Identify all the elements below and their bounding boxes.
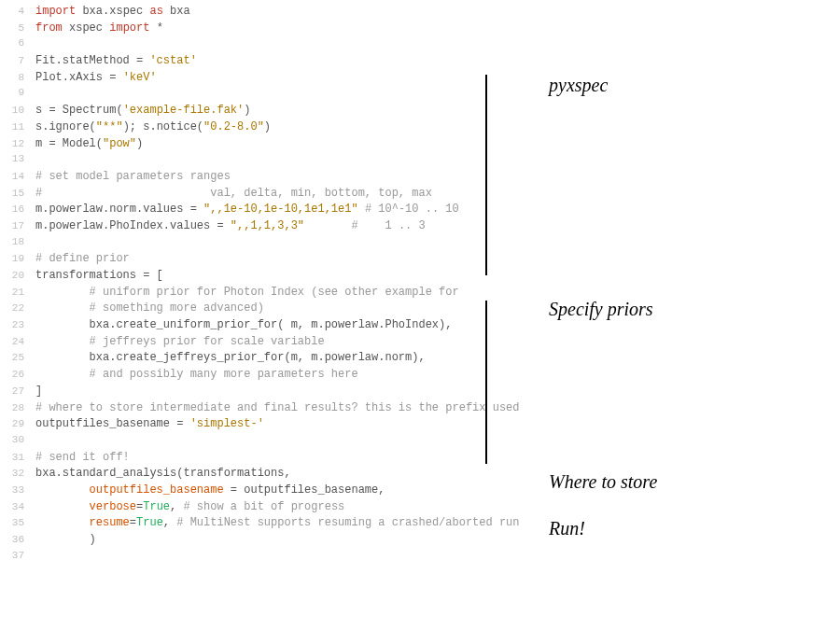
token-str: 'example-file.fak'	[123, 104, 245, 117]
line-number: 35	[9, 517, 35, 528]
token-cmt: # set model parameters ranges	[35, 170, 231, 183]
line-number: 9	[9, 87, 35, 98]
code-content: s = Spectrum('example-file.fak')	[35, 104, 250, 117]
code-content: )	[35, 533, 96, 546]
line-number: 30	[9, 434, 35, 445]
token-id	[358, 203, 365, 216]
token-id: bxa.create_uniform_prior_for( m, m.power…	[35, 318, 452, 331]
token-id	[304, 219, 351, 232]
code-line: 26 # and possibly many more parameters h…	[9, 368, 476, 385]
code-content: # set model parameters ranges	[35, 170, 231, 183]
code-line: 25 bxa.create_jeffreys_prior_for(m, m.po…	[9, 351, 476, 368]
code-line: 7Fit.statMethod = 'cstat'	[9, 54, 476, 71]
code-line: 15# val, delta, min, bottom, top, max	[9, 187, 476, 203]
token-orange: resume	[90, 516, 130, 529]
token-cmt: # where to store intermediate and final …	[35, 401, 519, 414]
token-kw: as	[149, 5, 162, 18]
code-content: m.powerlaw.norm.values = ",,1e-10,1e-10,…	[35, 203, 459, 216]
line-number: 10	[9, 105, 35, 116]
line-number: 34	[9, 501, 35, 512]
line-number: 23	[9, 319, 35, 330]
line-number: 22	[9, 302, 35, 314]
token-cmt: # send it off!	[35, 451, 130, 464]
code-content: Plot.xAxis = 'keV'	[35, 71, 157, 84]
code-pane: 4import bxa.xspec as bxa5from xspec impo…	[9, 5, 476, 566]
code-line: 5from xspec import *	[9, 21, 476, 38]
line-number: 21	[9, 287, 35, 298]
code-content: Fit.statMethod = 'cstat'	[35, 54, 197, 67]
line-number: 33	[9, 484, 35, 496]
token-id	[35, 500, 90, 513]
token-str: "0.2-8.0"	[203, 120, 264, 133]
token-str: 'simplest-'	[190, 417, 264, 430]
token-id: *	[149, 21, 162, 35]
code-line: 31# send it off!	[9, 451, 476, 468]
code-line: 30	[9, 434, 476, 451]
code-content: # jeffreys prior for scale variable	[35, 335, 325, 348]
code-content: ]	[35, 385, 42, 398]
token-cmt: # show a bit of progress	[183, 500, 344, 513]
line-number: 12	[9, 138, 35, 149]
token-id	[35, 368, 90, 381]
code-content: # and possibly many more parameters here	[35, 368, 358, 381]
token-id: outputfiles_basename =	[35, 417, 190, 430]
token-id: )	[136, 137, 143, 150]
token-id: s = Spectrum(	[35, 104, 123, 117]
line-number: 26	[9, 369, 35, 380]
code-content: import bxa.xspec as bxa	[35, 5, 190, 18]
line-number: 20	[9, 270, 35, 281]
token-cmt: # and possibly many more parameters here	[90, 368, 358, 381]
code-line: 8Plot.xAxis = 'keV'	[9, 71, 476, 88]
line-number: 28	[9, 402, 35, 413]
code-content: bxa.create_jeffreys_prior_for(m, m.power…	[35, 351, 426, 364]
code-line: 19# define prior	[9, 252, 476, 269]
line-number: 32	[9, 468, 35, 479]
code-line: 4import bxa.xspec as bxa	[9, 5, 476, 21]
code-content: bxa.standard_analysis(transformations,	[35, 467, 291, 480]
token-green: True	[136, 516, 163, 529]
code-line: 27]	[9, 385, 476, 401]
line-number: 31	[9, 452, 35, 463]
token-id: m.powerlaw.norm.values =	[35, 203, 203, 216]
code-content: m.powerlaw.PhoIndex.values = ",,1,1,3,3"…	[35, 219, 426, 232]
line-number: 11	[9, 121, 35, 133]
line-number: 15	[9, 188, 35, 199]
code-content: # define prior	[35, 252, 130, 265]
token-green: True	[143, 500, 170, 513]
token-cmt: # 10^-10 .. 10	[365, 203, 459, 216]
token-id: Plot.xAxis =	[35, 71, 123, 84]
code-content: bxa.create_uniform_prior_for( m, m.power…	[35, 318, 452, 331]
code-content: transformations = [	[35, 269, 163, 282]
token-id: xspec	[63, 21, 109, 35]
code-line: 13	[9, 153, 476, 170]
token-id: ,	[163, 516, 176, 529]
token-id	[35, 335, 90, 348]
token-id: =	[130, 516, 136, 529]
token-id	[35, 301, 90, 315]
code-line: 10s = Spectrum('example-file.fak')	[9, 104, 476, 120]
code-line: 33 outputfiles_basename = outputfiles_ba…	[9, 483, 476, 500]
token-str: ",,1e-10,1e-10,1e1,1e1"	[203, 203, 358, 216]
code-line: 37	[9, 550, 476, 567]
code-line: 6	[9, 37, 476, 54]
token-str: ",,1,1,3,3"	[231, 219, 304, 232]
line-number: 25	[9, 352, 35, 363]
token-cmt: # val, delta, min, bottom, top, max	[35, 187, 432, 200]
code-content: m = Model("pow")	[35, 137, 143, 150]
code-line: 17m.powerlaw.PhoIndex.values = ",,1,1,3,…	[9, 219, 476, 236]
annotation-bar	[485, 75, 487, 275]
line-number: 7	[9, 55, 35, 66]
code-content: # something more advanced)	[35, 301, 264, 315]
token-id	[35, 286, 90, 299]
token-str: "pow"	[103, 137, 136, 150]
line-number: 24	[9, 336, 35, 347]
token-id: m.powerlaw.PhoIndex.values =	[35, 219, 231, 232]
code-line: 11s.ignore("**"); s.notice("0.2-8.0")	[9, 120, 476, 137]
code-line: 21 # uniform prior for Photon Index (see…	[9, 286, 476, 302]
code-line: 32bxa.standard_analysis(transformations,	[9, 467, 476, 483]
token-cmt: # MultiNest supports resuming a crashed/…	[176, 516, 519, 529]
line-number: 16	[9, 203, 35, 215]
code-content: outputfiles_basename = 'simplest-'	[35, 417, 264, 430]
token-id	[35, 483, 90, 497]
code-line: 9	[9, 87, 476, 104]
